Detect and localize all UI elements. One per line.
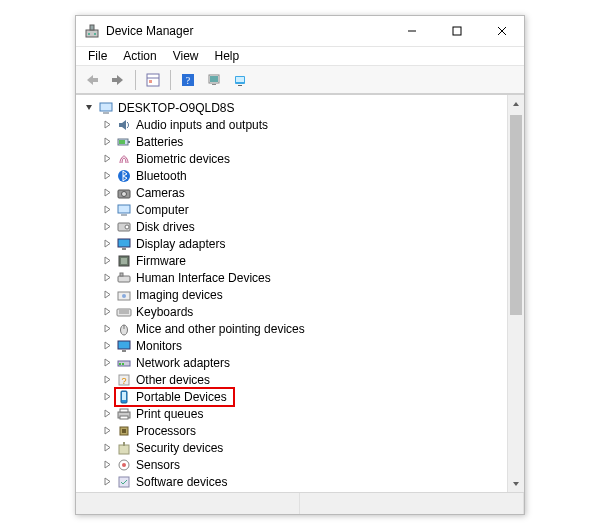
scroll-thumb[interactable] xyxy=(510,115,522,315)
chevron-right-icon[interactable] xyxy=(100,339,114,353)
tree-item-label: Biometric devices xyxy=(136,152,230,166)
svg-rect-61 xyxy=(123,442,125,446)
svg-rect-34 xyxy=(122,248,126,250)
tree-item-label: Print queues xyxy=(136,407,203,421)
chevron-right-icon[interactable] xyxy=(100,288,114,302)
tree-item[interactable]: Bluetooth xyxy=(80,167,507,184)
chevron-right-icon[interactable] xyxy=(100,203,114,217)
tree-root[interactable]: DESKTOP-O9QLD8S xyxy=(80,99,507,116)
properties-button[interactable] xyxy=(141,69,165,91)
tree-item-label: Security devices xyxy=(136,441,223,455)
svg-rect-29 xyxy=(118,205,130,213)
chevron-right-icon[interactable] xyxy=(100,373,114,387)
chevron-right-icon[interactable] xyxy=(100,441,114,455)
tree-item[interactable]: Audio inputs and outputs xyxy=(80,116,507,133)
tree-item-label: Mice and other pointing devices xyxy=(136,322,305,336)
svg-rect-24 xyxy=(128,141,130,143)
portable-icon xyxy=(116,389,132,405)
tree-item[interactable]: Disk drives xyxy=(80,218,507,235)
nav-back-button[interactable] xyxy=(80,69,104,91)
tree-item[interactable]: Sound, video and game controllers xyxy=(80,490,507,492)
tree-item[interactable]: Monitors xyxy=(80,337,507,354)
toolbar-separator xyxy=(135,70,136,90)
menu-view[interactable]: View xyxy=(165,47,207,65)
tree-item[interactable]: Software devices xyxy=(80,473,507,490)
scan-hardware-button[interactable] xyxy=(202,69,226,91)
security-icon xyxy=(116,440,132,456)
svg-rect-60 xyxy=(119,445,129,454)
tree-item[interactable]: Portable Devices xyxy=(80,388,507,405)
svg-rect-8 xyxy=(93,78,98,82)
svg-point-32 xyxy=(125,225,129,229)
svg-rect-5 xyxy=(453,27,461,35)
scroll-up-icon[interactable] xyxy=(508,95,524,112)
chevron-right-icon[interactable] xyxy=(100,390,114,404)
scroll-down-icon[interactable] xyxy=(508,475,524,492)
chevron-right-icon[interactable] xyxy=(100,305,114,319)
imaging-icon xyxy=(116,287,132,303)
tree-item[interactable]: Security devices xyxy=(80,439,507,456)
tree-item-label: Display adapters xyxy=(136,237,225,251)
chevron-right-icon[interactable] xyxy=(100,118,114,132)
help-button[interactable]: ? xyxy=(176,69,200,91)
tree-item[interactable]: Sensors xyxy=(80,456,507,473)
device-tree[interactable]: DESKTOP-O9QLD8S Audio inputs and outputs… xyxy=(76,95,507,492)
menu-help[interactable]: Help xyxy=(207,47,248,65)
svg-rect-17 xyxy=(212,84,216,85)
svg-rect-1 xyxy=(90,25,94,30)
tree-item-label: Human Interface Devices xyxy=(136,271,271,285)
tree-item[interactable]: Network adapters xyxy=(80,354,507,371)
menu-file[interactable]: File xyxy=(80,47,115,65)
tree-item[interactable]: Processors xyxy=(80,422,507,439)
svg-rect-20 xyxy=(238,85,242,86)
svg-rect-21 xyxy=(100,103,112,111)
battery-icon xyxy=(116,134,132,150)
display-icon xyxy=(116,236,132,252)
chevron-right-icon[interactable] xyxy=(100,407,114,421)
svg-rect-12 xyxy=(149,80,152,83)
tree-item[interactable]: Batteries xyxy=(80,133,507,150)
tree-item-label: Portable Devices xyxy=(136,390,227,404)
chevron-right-icon[interactable] xyxy=(100,424,114,438)
svg-rect-22 xyxy=(103,112,109,114)
menu-action[interactable]: Action xyxy=(115,47,164,65)
chevron-right-icon[interactable] xyxy=(100,135,114,149)
chevron-right-icon[interactable] xyxy=(100,271,114,285)
chevron-right-icon[interactable] xyxy=(100,220,114,234)
tree-item-label: Software devices xyxy=(136,475,227,489)
svg-rect-37 xyxy=(118,276,130,282)
tree-item[interactable]: ?Other devices xyxy=(80,371,507,388)
disk-icon xyxy=(116,219,132,235)
chevron-right-icon[interactable] xyxy=(100,237,114,251)
tree-item[interactable]: Biometric devices xyxy=(80,150,507,167)
vertical-scrollbar[interactable] xyxy=(507,95,524,492)
chevron-right-icon[interactable] xyxy=(100,186,114,200)
tree-item[interactable]: Firmware xyxy=(80,252,507,269)
maximize-button[interactable] xyxy=(434,16,479,46)
tree-item[interactable]: Mice and other pointing devices xyxy=(80,320,507,337)
tree-item[interactable]: Human Interface Devices xyxy=(80,269,507,286)
minimize-button[interactable] xyxy=(389,16,434,46)
nav-forward-button[interactable] xyxy=(106,69,130,91)
other-icon: ? xyxy=(116,372,132,388)
computer-icon xyxy=(116,202,132,218)
tree-item[interactable]: Keyboards xyxy=(80,303,507,320)
chevron-right-icon[interactable] xyxy=(100,356,114,370)
cpu-icon xyxy=(116,423,132,439)
tree-item[interactable]: Imaging devices xyxy=(80,286,507,303)
tree-item[interactable]: Cameras xyxy=(80,184,507,201)
tree-item[interactable]: Print queues xyxy=(80,405,507,422)
tree-item[interactable]: Computer xyxy=(80,201,507,218)
chevron-right-icon[interactable] xyxy=(100,322,114,336)
show-hidden-button[interactable] xyxy=(228,69,252,91)
chevron-right-icon[interactable] xyxy=(100,475,114,489)
chevron-right-icon[interactable] xyxy=(100,152,114,166)
tree-item-label: Processors xyxy=(136,424,196,438)
chevron-right-icon[interactable] xyxy=(100,254,114,268)
chevron-right-icon[interactable] xyxy=(100,492,114,493)
chevron-down-icon[interactable] xyxy=(82,101,96,115)
close-button[interactable] xyxy=(479,16,524,46)
tree-item[interactable]: Display adapters xyxy=(80,235,507,252)
chevron-right-icon[interactable] xyxy=(100,169,114,183)
chevron-right-icon[interactable] xyxy=(100,458,114,472)
